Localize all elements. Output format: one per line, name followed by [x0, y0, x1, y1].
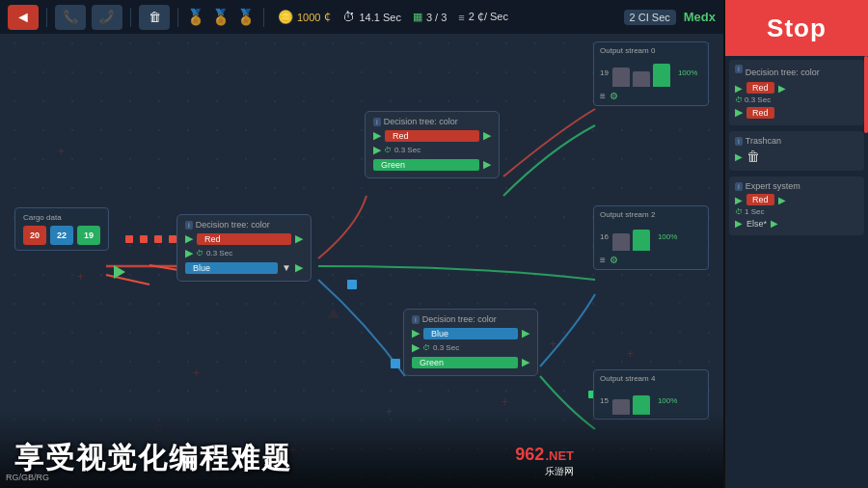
timer-icon-3: ⏱: [422, 343, 430, 352]
rp-play-1: ▶: [735, 83, 743, 94]
medal1-icon: 🏅: [186, 8, 205, 26]
watermark-net: .NET: [545, 448, 574, 463]
node-decision-top[interactable]: i Decision tree: color ▶ Red ▶ ▶ ⏱ 0.3 S…: [365, 111, 500, 178]
trash-button[interactable]: 🗑: [139, 5, 170, 30]
os4-title: Output stream 4: [600, 374, 702, 383]
fraction-value: 3 / 3: [426, 12, 447, 23]
income-value: 2 ₵/ Sec: [469, 11, 508, 23]
medal2-icon: 🏅: [211, 8, 231, 26]
wire-sq2: [140, 235, 148, 243]
separator3: [177, 8, 178, 27]
rp-trashcan-row: ▶ 🗑: [735, 149, 858, 164]
os0-icon2: ⚙: [610, 91, 618, 101]
medal3-icon: 🏅: [236, 8, 256, 26]
player-name: Medx: [684, 10, 716, 24]
color-tag-green-1: Green: [373, 159, 479, 171]
bottom-left-label: RG/GB/RG: [6, 473, 49, 482]
rp-card-expert[interactable]: i Expert system ▶ Red ▶ ⏱ 1 Sec ▶ Else* …: [729, 176, 864, 235]
play-out-1: ▶: [483, 129, 491, 142]
rp-card-trashcan[interactable]: i Trashcan ▶ 🗑: [729, 131, 864, 171]
svg-line-1: [106, 275, 149, 285]
income-stat: ≡ 2 ₵/ Sec: [458, 11, 508, 23]
os0-num: 19: [600, 68, 609, 77]
play-icon-2: ▶: [185, 232, 193, 245]
os2-bar1: [612, 233, 630, 251]
rp-card2-title: i Trashcan: [735, 136, 858, 146]
os0-icon1: ≡: [600, 91, 606, 101]
os0-icons: ≡ ⚙: [600, 91, 702, 101]
rp-card-decision[interactable]: i Decision tree: color ▶ Red ▶ ⏱ 0.3 Sec…: [729, 60, 864, 125]
deco12: +: [627, 347, 634, 361]
play-icon-t2: ▶: [185, 247, 193, 259]
watermark-sub: 乐游网: [515, 465, 574, 478]
wire-sq3: [154, 235, 162, 243]
color-tag-red-1: Red: [385, 130, 479, 142]
rp-play-else: ▶: [735, 218, 743, 229]
deco2: +: [77, 270, 84, 284]
separator: [46, 8, 47, 27]
deco1: +: [58, 145, 65, 158]
play-out-green-3: ▶: [522, 356, 529, 368]
node-row-blue-2: Blue ▼ ▶: [185, 261, 303, 274]
i-badge-1: i: [373, 118, 381, 126]
color-tag-blue-2: Blue: [185, 262, 278, 274]
node-row-green-1: Green ▶: [373, 158, 491, 171]
play-icon-t1: ▶: [373, 144, 381, 156]
rp-row1: ▶ Red ▶: [735, 82, 858, 94]
rp-i-badge-1: i: [735, 65, 743, 73]
rp-timer-icon-expert: ⏱: [735, 207, 743, 216]
play-out-green-1: ▶: [483, 158, 491, 171]
gold-stat: 🪙 1000 ₵: [278, 10, 331, 24]
node-title-1: i Decision tree: color: [373, 117, 491, 126]
play-out-2: ▶: [295, 232, 303, 245]
node-title-3: i Decision tree: color: [412, 314, 529, 324]
os2-num: 16: [600, 232, 609, 241]
os2-bars: [612, 222, 650, 251]
phone-button[interactable]: 📞: [55, 5, 86, 30]
rp-play-out-expert: ▶: [778, 195, 786, 205]
os0-percent: 100%: [678, 68, 697, 77]
deco3: +: [193, 366, 200, 380]
dropdown-icon-2: ▼: [282, 262, 291, 273]
os2-bar2: [633, 230, 650, 251]
cargo-title: Cargo data: [23, 213, 100, 222]
rp-red-tag-expert: Red: [746, 194, 774, 205]
ci-sec-badge: 2 CI Sec: [624, 10, 676, 25]
rp-else-tag: Else*: [746, 219, 767, 229]
output-stream-2: Output stream 2 16 100% ≡ ⚙: [593, 205, 709, 270]
main-chinese-text: 享受视觉化编程难题: [14, 439, 709, 478]
cargo-item-blue: 22: [50, 226, 73, 245]
wire-sq1: [125, 235, 133, 243]
time-value: 14.1 Sec: [359, 12, 400, 23]
rp-play-out-else: ▶: [771, 218, 778, 229]
scrollbar-thumb[interactable]: [864, 56, 868, 133]
play-icon-3: ▶: [412, 327, 420, 339]
coin-icon: 🪙: [278, 10, 293, 24]
play-out-blue-2: ▶: [295, 261, 303, 274]
right-panel-scroll[interactable]: i Decision tree: color ▶ Red ▶ ⏱ 0.3 Sec…: [725, 56, 868, 488]
node-decision-mid[interactable]: i Decision tree: color ▶ Red ▶ ▶ ⏱ 0.3 S…: [176, 214, 312, 282]
rp-row2: ▶ Red: [735, 106, 858, 119]
rp-timer-icon-1: ⏱: [735, 95, 743, 104]
stop-button[interactable]: Stop: [725, 0, 868, 56]
cargo-box: Cargo data 20 22 19: [14, 207, 109, 251]
color-tag-blue-3: Blue: [423, 328, 518, 339]
time-stat: ⏱ 14.1 Sec: [342, 10, 400, 24]
i-badge-3: i: [412, 315, 420, 324]
timer-icon-1: ⏱: [384, 146, 392, 154]
bottom-text-overlay: 享受视觉化编程难题: [0, 411, 723, 488]
rp-timer-1: ⏱ 0.3 Sec: [735, 95, 858, 104]
rp-i-badge-3: i: [735, 182, 743, 191]
cargo-items: 20 22 19: [23, 226, 100, 245]
os0-title: Output stream 0: [600, 46, 702, 55]
color-tag-green-3: Green: [412, 357, 518, 368]
clock-icon: ⏱: [342, 10, 355, 24]
back-button[interactable]: ◄: [8, 5, 39, 30]
rp-expert-row2: ▶ Else* ▶: [735, 218, 858, 229]
watermark: 962 .NET 乐游网: [515, 445, 574, 478]
os0-bars: [612, 58, 670, 87]
rp-play-expert: ▶: [735, 195, 743, 205]
phone2-button[interactable]: 📞: [92, 5, 122, 30]
os0-bar3: [653, 64, 670, 87]
node-decision-bot[interactable]: i Decision tree: color ▶ Blue ▶ ▶ ⏱ 0.3 …: [403, 309, 538, 376]
